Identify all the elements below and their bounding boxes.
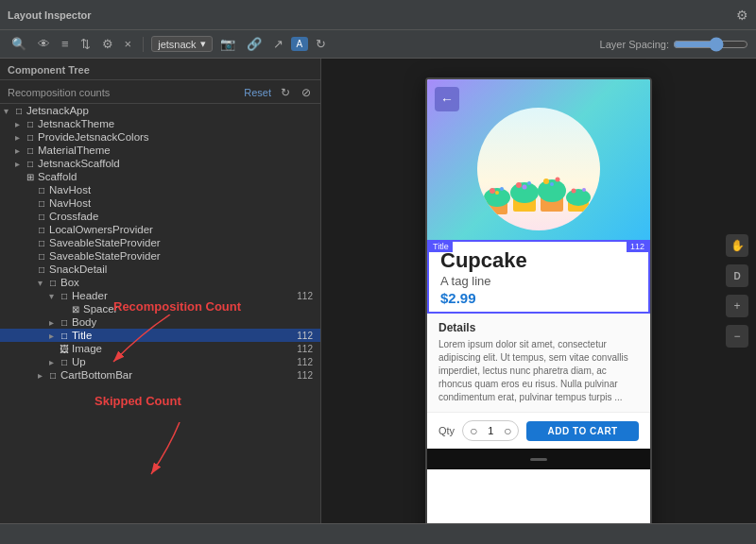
tree-count-title: 112 [297, 331, 320, 341]
tree-icon-jetsnackscaffold: □ [23, 159, 38, 169]
tree-icon-box: □ [45, 278, 60, 288]
zoom-in-button[interactable]: + [726, 295, 748, 317]
nav-dot [530, 458, 547, 461]
tree-icon-jetsnackapp: □ [11, 106, 26, 116]
tree-item-jetsnackscaffold[interactable]: ▸□JetsnackScaffold [0, 157, 320, 170]
back-icon: ← [440, 92, 454, 107]
layer-spacing-label: Layer Spacing: [600, 39, 669, 50]
tree-item-saveablestateprovider1[interactable]: □SaveableStateProvider [0, 236, 320, 249]
phone-cart-section: Qty ○ 1 ○ ADD TO CART [427, 412, 650, 449]
tree-arrow-box: ▾ [34, 278, 45, 288]
tree-item-jetsnackapp[interactable]: ▾□JetsnackApp [0, 104, 320, 117]
tree-item-jetsnacktheme[interactable]: ▸□JetsnackTheme [0, 117, 320, 130]
tree-item-localownersprovider[interactable]: □LocalOwnersProvider [0, 223, 320, 236]
tree-label-materialtheme: MaterialTheme [38, 144, 320, 156]
tree-icon-up: □ [57, 357, 72, 367]
panel-header-right: Reset ↻ ⊘ [244, 86, 313, 99]
tree-count-image: 112 [297, 344, 320, 354]
tree-icon-title: □ [57, 331, 72, 341]
tree-arrow-materialtheme: ▸ [11, 145, 23, 156]
zoom-out-button[interactable]: − [726, 325, 748, 348]
tree-item-materialtheme[interactable]: ▸□MaterialTheme [0, 144, 320, 157]
tree-icon-saveablestateprovider2: □ [34, 251, 49, 262]
tree-label-crossfade: Crossfade [49, 211, 320, 222]
tree-item-up[interactable]: ▸□Up112 [0, 355, 320, 368]
tree-item-crossfade[interactable]: □Crossfade [0, 210, 320, 223]
tree-arrow-title: ▸ [45, 331, 57, 341]
tree-label-jetsnackapp: JetsnackApp [26, 105, 320, 116]
tree-item-navhost1[interactable]: □NavHost [0, 183, 320, 196]
list-button[interactable]: ≡ [58, 35, 73, 53]
refresh-button[interactable]: ↻ [312, 35, 330, 53]
tree-label-cartbottombar: CartBottomBar [60, 369, 297, 381]
tree-item-spacer[interactable]: ⊠Spacer [0, 302, 320, 315]
tree-count-header: 112 [297, 291, 320, 301]
theme-button[interactable]: A [291, 37, 309, 51]
search-button[interactable]: 🔍 [8, 35, 30, 53]
tree-arrow-body: ▸ [45, 317, 57, 328]
svg-point-3 [490, 188, 495, 194]
tree-icon-spacer: ⊠ [68, 304, 83, 314]
refresh-panel-button[interactable]: ↻ [279, 86, 292, 99]
stop-panel-button[interactable]: ⊘ [300, 86, 313, 99]
details-text: Lorem ipsum dolor sit amet, consectetur … [438, 338, 639, 404]
svg-point-15 [550, 182, 554, 186]
tree-label-snackdetail: SnackDetail [49, 264, 320, 275]
tree-label-localownersprovider: LocalOwnersProvider [49, 224, 320, 235]
svg-point-19 [582, 188, 586, 192]
tree-arrow-cartbottombar: ▸ [34, 370, 45, 381]
tree-label-image: Image [72, 343, 297, 354]
link-button[interactable]: 🔗 [243, 35, 266, 53]
tree-count-up: 112 [297, 357, 320, 367]
gear-button[interactable]: ⚙ [98, 35, 117, 53]
tree-icon-image: 🖼 [57, 344, 72, 354]
tree-item-cartbottombar[interactable]: ▸□CartBottomBar112 [0, 368, 320, 382]
tree-item-title[interactable]: ▸□Title112 [0, 329, 320, 342]
tree-item-image[interactable]: 🖼Image112 [0, 342, 320, 355]
layer-spacing-slider[interactable] [673, 37, 748, 52]
reset-link[interactable]: Reset [244, 87, 271, 98]
tree-label-jetsnackscaffold: JetsnackScaffold [38, 158, 320, 169]
svg-point-18 [572, 189, 576, 194]
top-bar-title: Layout Inspector [8, 9, 92, 21]
export-button[interactable]: ↗ [269, 35, 287, 53]
tree-item-saveablestateprovider2[interactable]: □SaveableStateProvider [0, 249, 320, 263]
tree-item-navhost2[interactable]: □NavHost [0, 196, 320, 210]
qty-plus-button[interactable]: ○ [497, 420, 518, 441]
tree-item-header[interactable]: ▾□Header112 [0, 289, 320, 302]
back-button[interactable]: ← [435, 87, 459, 111]
camera-button[interactable]: 📷 [216, 35, 239, 53]
tree-label-jetsnacktheme: JetsnackTheme [38, 118, 320, 129]
left-panel: Component Tree Recomposition counts Rese… [0, 59, 321, 523]
arrows-button[interactable]: ⇅ [77, 35, 94, 53]
tree-item-box[interactable]: ▾□Box [0, 276, 320, 289]
device-label: jetsnack [158, 39, 196, 50]
product-price: $2.99 [440, 290, 637, 306]
qty-label: Qty [438, 425, 455, 436]
tree-item-providejetsnackcolors[interactable]: ▸□ProvideJetsnackColors [0, 130, 320, 144]
tree-item-scaffold[interactable]: ⊞Scaffold [0, 170, 320, 183]
tree-icon-navhost2: □ [34, 198, 49, 209]
tree-item-body[interactable]: ▸□Body [0, 315, 320, 329]
hand-tool-button[interactable]: ✋ [726, 234, 748, 257]
tree-item-snackdetail[interactable]: □SnackDetail [0, 263, 320, 276]
close-button[interactable]: × [121, 35, 136, 53]
eye-button[interactable]: 👁 [34, 35, 54, 53]
qty-minus-button[interactable]: ○ [463, 420, 484, 441]
component-tree-label: Component Tree [8, 64, 90, 76]
tree-label-box: Box [60, 277, 320, 288]
svg-point-13 [543, 178, 549, 184]
gear-icon[interactable]: ⚙ [736, 8, 748, 23]
tree-icon-body: □ [57, 317, 72, 328]
device-selector[interactable]: jetsnack ▾ [151, 36, 212, 52]
svg-point-8 [516, 182, 522, 188]
toolbar: 🔍 👁 ≡ ⇅ ⚙ × jetsnack ▾ 📷 🔗 ↗ A ↻ Layer S… [0, 30, 756, 59]
right-icons-panel: ✋ D + − [726, 234, 748, 348]
phone-preview: ← [425, 77, 652, 523]
tree-label-navhost1: NavHost [49, 184, 320, 196]
svg-point-5 [495, 191, 499, 195]
3d-button[interactable]: D [726, 264, 748, 287]
title-badge: Title [429, 241, 453, 252]
tree-icon-jetsnacktheme: □ [23, 119, 38, 129]
add-to-cart-button[interactable]: ADD TO CART [526, 421, 639, 441]
